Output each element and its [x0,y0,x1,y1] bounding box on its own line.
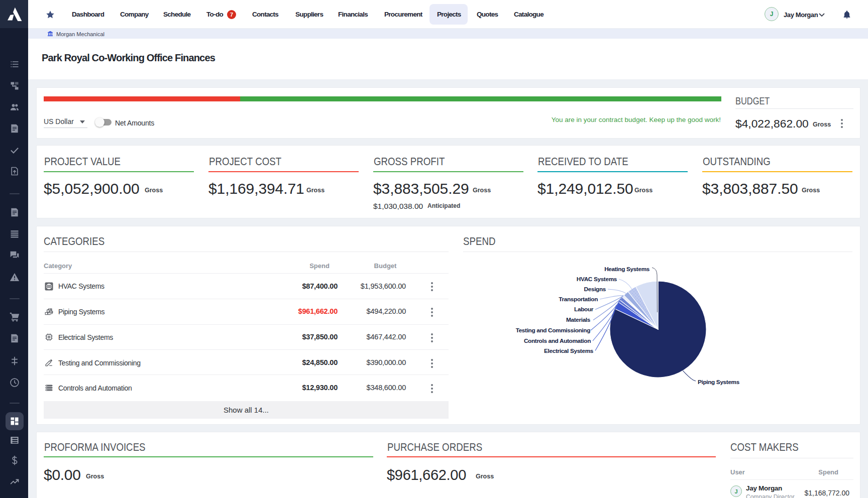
svg-text:Designs: Designs [584,286,606,293]
svg-text:Transportation: Transportation [559,296,598,303]
svg-text:Piping Systems: Piping Systems [698,379,740,386]
svg-text:Electrical Systems: Electrical Systems [544,347,594,354]
svg-text:Heating Systems: Heating Systems [604,266,650,273]
svg-text:Controls and Automation: Controls and Automation [524,337,591,344]
svg-text:Materials: Materials [566,316,591,323]
svg-text:Labour: Labour [574,306,594,313]
svg-text:Testing and Commissioning: Testing and Commissioning [516,327,590,334]
svg-text:HVAC Systems: HVAC Systems [577,276,617,283]
